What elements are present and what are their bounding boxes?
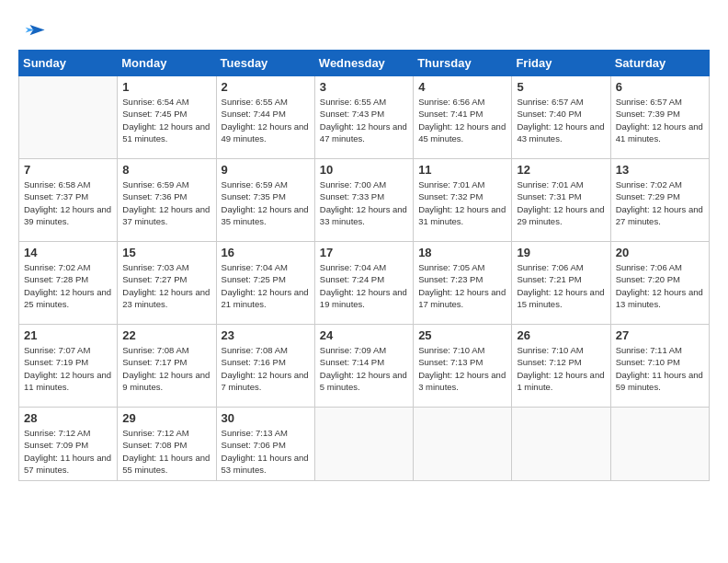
day-number: 6	[616, 80, 704, 94]
day-info: Sunrise: 7:04 AMSunset: 7:25 PMDaylight:…	[222, 261, 310, 310]
calendar-cell: 15Sunrise: 7:03 AMSunset: 7:27 PMDayligh…	[118, 242, 216, 325]
day-number: 12	[517, 163, 605, 177]
calendar-cell: 29Sunrise: 7:12 AMSunset: 7:08 PMDayligh…	[118, 408, 216, 481]
day-info: Sunrise: 7:06 AMSunset: 7:21 PMDaylight:…	[517, 261, 605, 310]
calendar-cell: 21Sunrise: 7:07 AMSunset: 7:19 PMDayligh…	[19, 325, 118, 408]
day-number: 27	[616, 328, 704, 342]
day-info: Sunrise: 6:59 AMSunset: 7:36 PMDaylight:…	[122, 178, 210, 227]
calendar-cell: 14Sunrise: 7:02 AMSunset: 7:28 PMDayligh…	[19, 242, 118, 325]
day-number: 18	[418, 246, 506, 259]
page-header	[18, 18, 710, 40]
day-header-thursday: Thursday	[414, 51, 512, 76]
day-number: 5	[517, 80, 605, 94]
calendar-cell: 2Sunrise: 6:55 AMSunset: 7:44 PMDaylight…	[216, 76, 314, 159]
day-info: Sunrise: 7:00 AMSunset: 7:33 PMDaylight:…	[320, 178, 408, 227]
day-header-sunday: Sunday	[19, 51, 118, 76]
calendar-cell: 3Sunrise: 6:55 AMSunset: 7:43 PMDaylight…	[314, 76, 413, 159]
calendar-cell: 11Sunrise: 7:01 AMSunset: 7:32 PMDayligh…	[414, 159, 512, 242]
calendar-cell: 23Sunrise: 7:08 AMSunset: 7:16 PMDayligh…	[216, 325, 314, 408]
calendar-cell: 13Sunrise: 7:02 AMSunset: 7:29 PMDayligh…	[610, 159, 709, 242]
day-info: Sunrise: 6:55 AMSunset: 7:43 PMDaylight:…	[320, 96, 408, 144]
calendar-cell	[610, 408, 709, 481]
day-number: 22	[122, 328, 210, 342]
calendar-cell: 27Sunrise: 7:11 AMSunset: 7:10 PMDayligh…	[610, 325, 709, 408]
day-number: 4	[418, 80, 506, 94]
calendar-cell: 19Sunrise: 7:06 AMSunset: 7:21 PMDayligh…	[512, 242, 610, 325]
day-info: Sunrise: 6:57 AMSunset: 7:39 PMDaylight:…	[616, 96, 704, 144]
day-info: Sunrise: 7:10 AMSunset: 7:13 PMDaylight:…	[418, 344, 506, 393]
day-info: Sunrise: 7:08 AMSunset: 7:16 PMDaylight:…	[222, 344, 310, 393]
calendar-cell: 7Sunrise: 6:58 AMSunset: 7:37 PMDaylight…	[19, 159, 118, 242]
day-info: Sunrise: 7:13 AMSunset: 7:06 PMDaylight:…	[222, 427, 310, 476]
day-info: Sunrise: 7:02 AMSunset: 7:28 PMDaylight:…	[24, 261, 112, 310]
day-info: Sunrise: 7:11 AMSunset: 7:10 PMDaylight:…	[616, 344, 704, 393]
calendar-cell: 12Sunrise: 7:01 AMSunset: 7:31 PMDayligh…	[512, 159, 610, 242]
day-header-wednesday: Wednesday	[314, 51, 413, 76]
day-info: Sunrise: 7:05 AMSunset: 7:23 PMDaylight:…	[418, 261, 506, 310]
day-number: 1	[122, 80, 210, 94]
day-header-saturday: Saturday	[610, 51, 709, 76]
bird-icon	[20, 18, 46, 44]
day-info: Sunrise: 7:06 AMSunset: 7:20 PMDaylight:…	[616, 261, 704, 310]
day-info: Sunrise: 6:55 AMSunset: 7:44 PMDaylight:…	[222, 96, 310, 144]
day-info: Sunrise: 7:09 AMSunset: 7:14 PMDaylight:…	[320, 344, 408, 393]
day-header-tuesday: Tuesday	[216, 51, 314, 76]
day-info: Sunrise: 6:54 AMSunset: 7:45 PMDaylight:…	[122, 96, 210, 144]
day-info: Sunrise: 7:12 AMSunset: 7:08 PMDaylight:…	[122, 427, 210, 476]
day-info: Sunrise: 7:04 AMSunset: 7:24 PMDaylight:…	[320, 261, 408, 310]
calendar-cell: 28Sunrise: 7:12 AMSunset: 7:09 PMDayligh…	[19, 408, 118, 481]
day-number: 13	[616, 163, 704, 177]
day-number: 17	[320, 246, 408, 259]
day-header-monday: Monday	[118, 51, 216, 76]
day-number: 23	[222, 328, 310, 342]
calendar-cell: 5Sunrise: 6:57 AMSunset: 7:40 PMDaylight…	[512, 76, 610, 159]
day-number: 14	[24, 246, 112, 259]
day-info: Sunrise: 6:57 AMSunset: 7:40 PMDaylight:…	[517, 96, 605, 144]
day-number: 3	[320, 80, 408, 94]
calendar-week-row: 28Sunrise: 7:12 AMSunset: 7:09 PMDayligh…	[19, 408, 710, 481]
day-number: 16	[222, 246, 310, 259]
calendar-week-row: 7Sunrise: 6:58 AMSunset: 7:37 PMDaylight…	[19, 159, 710, 242]
day-info: Sunrise: 7:07 AMSunset: 7:19 PMDaylight:…	[24, 344, 112, 393]
day-number: 29	[122, 411, 210, 425]
calendar-cell: 4Sunrise: 6:56 AMSunset: 7:41 PMDaylight…	[414, 76, 512, 159]
calendar-cell	[19, 76, 118, 159]
day-info: Sunrise: 7:03 AMSunset: 7:27 PMDaylight:…	[122, 261, 210, 310]
day-number: 15	[122, 246, 210, 259]
calendar-table: SundayMondayTuesdayWednesdayThursdayFrid…	[18, 50, 710, 481]
calendar-cell: 9Sunrise: 6:59 AMSunset: 7:35 PMDaylight…	[216, 159, 314, 242]
calendar-cell	[512, 408, 610, 481]
calendar-cell: 30Sunrise: 7:13 AMSunset: 7:06 PMDayligh…	[216, 408, 314, 481]
calendar-cell: 17Sunrise: 7:04 AMSunset: 7:24 PMDayligh…	[314, 242, 413, 325]
day-info: Sunrise: 6:59 AMSunset: 7:35 PMDaylight:…	[222, 178, 310, 227]
calendar-cell: 22Sunrise: 7:08 AMSunset: 7:17 PMDayligh…	[118, 325, 216, 408]
logo	[18, 18, 46, 40]
calendar-week-row: 21Sunrise: 7:07 AMSunset: 7:19 PMDayligh…	[19, 325, 710, 408]
day-info: Sunrise: 6:58 AMSunset: 7:37 PMDaylight:…	[24, 178, 112, 227]
day-number: 24	[320, 328, 408, 342]
day-number: 11	[418, 163, 506, 177]
calendar-cell: 24Sunrise: 7:09 AMSunset: 7:14 PMDayligh…	[314, 325, 413, 408]
day-number: 30	[222, 411, 310, 425]
day-number: 20	[616, 246, 704, 259]
calendar-cell: 8Sunrise: 6:59 AMSunset: 7:36 PMDaylight…	[118, 159, 216, 242]
calendar-week-row: 14Sunrise: 7:02 AMSunset: 7:28 PMDayligh…	[19, 242, 710, 325]
day-number: 19	[517, 246, 605, 259]
calendar-cell: 25Sunrise: 7:10 AMSunset: 7:13 PMDayligh…	[414, 325, 512, 408]
day-info: Sunrise: 7:01 AMSunset: 7:32 PMDaylight:…	[418, 178, 506, 227]
day-number: 21	[24, 328, 112, 342]
calendar-cell: 6Sunrise: 6:57 AMSunset: 7:39 PMDaylight…	[610, 76, 709, 159]
calendar-cell: 1Sunrise: 6:54 AMSunset: 7:45 PMDaylight…	[118, 76, 216, 159]
day-info: Sunrise: 7:12 AMSunset: 7:09 PMDaylight:…	[24, 427, 112, 476]
calendar-week-row: 1Sunrise: 6:54 AMSunset: 7:45 PMDaylight…	[19, 76, 710, 159]
calendar-cell: 20Sunrise: 7:06 AMSunset: 7:20 PMDayligh…	[610, 242, 709, 325]
calendar-cell	[314, 408, 413, 481]
day-number: 10	[320, 163, 408, 177]
calendar-header-row: SundayMondayTuesdayWednesdayThursdayFrid…	[19, 51, 710, 76]
day-info: Sunrise: 7:10 AMSunset: 7:12 PMDaylight:…	[517, 344, 605, 393]
day-number: 2	[222, 80, 310, 94]
day-info: Sunrise: 7:08 AMSunset: 7:17 PMDaylight:…	[122, 344, 210, 393]
day-header-friday: Friday	[512, 51, 610, 76]
day-number: 9	[222, 163, 310, 177]
calendar-cell	[414, 408, 512, 481]
